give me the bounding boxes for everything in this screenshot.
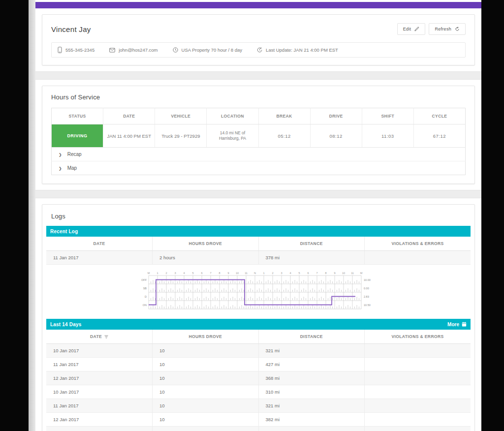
column-header-violations-errors[interactable]: VIOLATIONS & ERRORS <box>365 237 471 251</box>
status-date-cell: JAN 11 4:00 PM EST <box>103 124 155 148</box>
refresh-button[interactable]: Refresh <box>429 23 466 35</box>
expander-label: Recap <box>67 152 82 157</box>
top-accent-bar <box>35 2 481 8</box>
svg-text:3: 3 <box>281 272 282 275</box>
svg-text:2: 2 <box>272 272 273 275</box>
logs-title: Logs <box>46 212 471 226</box>
cell-hours-drove: 10 <box>153 358 259 371</box>
svg-text:7: 7 <box>316 272 317 275</box>
cell-distance: 368 mi <box>258 371 365 385</box>
svg-text:OFF: OFF <box>141 278 147 281</box>
expander-row-map[interactable]: ❯Map <box>52 161 466 175</box>
page-content: Vincent Jay Edit Refresh <box>35 2 481 431</box>
cell-distance: 382 mi <box>258 413 365 427</box>
status-cell: DRIVING <box>52 124 103 148</box>
contact-strip: 555-345-2345 john@hos247.com USA Propert… <box>51 42 466 58</box>
expander-cell-recap[interactable]: ❯Recap <box>52 148 466 161</box>
log-graph-wrap: M1234567891011N1234567891011MOFF10.00SB0… <box>46 265 471 319</box>
svg-text:M: M <box>360 272 363 275</box>
cell-violations-errors <box>365 399 471 413</box>
driver-name: Vincent Jay <box>51 25 91 33</box>
svg-text:11: 11 <box>351 272 354 275</box>
column-header-vehicle[interactable]: VEHICLE <box>155 108 207 124</box>
column-header-date[interactable]: DATE <box>46 330 153 344</box>
cell-date: 10 Jan 2017 <box>46 344 153 358</box>
clock-icon <box>173 47 178 53</box>
column-header-status[interactable]: STATUS <box>52 108 103 124</box>
more-button-label: More <box>447 322 459 327</box>
table-row[interactable]: 10 Jan 201710321 mi <box>46 344 471 358</box>
app-window: Vincent Jay Edit Refresh <box>29 0 481 431</box>
recent-log-band-label: Recent Log <box>50 229 78 234</box>
sort-icon[interactable] <box>104 335 108 339</box>
cell-hours-drove: 10 <box>153 371 259 385</box>
last-14-days-table: DATEHOURS DROVEDISTANCEVIOLATIONS & ERRO… <box>46 330 471 431</box>
cell-violations-errors <box>365 371 471 385</box>
cell-hours-drove: 10 <box>153 399 259 413</box>
column-header-date[interactable]: DATE <box>46 237 153 251</box>
cell-date: 10 Jan 2017 <box>46 385 153 399</box>
location-line1: 14.0 mi NE of <box>209 130 256 136</box>
column-header-location[interactable]: LOCATION <box>207 108 258 124</box>
table-row[interactable]: 11 Jan 20172 hours378 mi <box>46 251 471 265</box>
svg-text:6: 6 <box>307 272 309 275</box>
expander-cell-map[interactable]: ❯Map <box>52 161 466 175</box>
expander-row-recap[interactable]: ❯Recap <box>52 148 466 161</box>
cell-hours-drove: 2 hours <box>153 251 259 265</box>
section-divider <box>35 190 481 198</box>
svg-text:1: 1 <box>263 272 264 275</box>
column-header-cycle[interactable]: CYCLE <box>413 108 465 124</box>
cell-violations-errors <box>365 251 471 265</box>
svg-text:5: 5 <box>298 272 300 275</box>
email-value: john@hos247.com <box>119 47 158 53</box>
column-header-shift[interactable]: SHIFT <box>362 108 413 124</box>
table-row[interactable]: 12 Jan 201710368 mi <box>46 371 471 385</box>
svg-text:7: 7 <box>210 272 211 275</box>
column-header-violations-errors[interactable]: VIOLATIONS & ERRORS <box>365 330 471 344</box>
column-header-drive[interactable]: DRIVE <box>310 108 362 124</box>
logs-card: Logs Recent Log DATEHOURS DROVEDISTANCEV… <box>42 204 475 431</box>
table-row[interactable]: 10 Jan 201710361 mi <box>46 427 471 431</box>
smartphone-icon <box>58 47 62 53</box>
cell-date: 12 Jan 2017 <box>46 371 153 385</box>
column-header-distance[interactable]: DISTANCE <box>258 237 365 251</box>
svg-text:11: 11 <box>245 272 248 275</box>
column-header-hours-drove[interactable]: HOURS DROVE <box>153 330 259 344</box>
vehicle-cell: Truck 29 - PT2929 <box>155 124 207 148</box>
shift-time-value: 11:03 <box>362 124 413 148</box>
column-header-distance[interactable]: DISTANCE <box>258 330 365 344</box>
cell-violations-errors <box>365 427 471 431</box>
table-row[interactable]: 11 Jan 201710321 mi <box>46 399 471 413</box>
cell-date: 11 Jan 2017 <box>46 251 153 265</box>
column-header-break[interactable]: BREAK <box>258 108 310 124</box>
svg-text:3: 3 <box>174 272 176 275</box>
cell-violations-errors <box>365 358 471 371</box>
svg-text:ON: ON <box>143 304 147 307</box>
column-header-date[interactable]: DATE <box>103 108 155 124</box>
update-icon <box>257 47 262 53</box>
recent-log-header-row: DATEHOURS DROVEDISTANCEVIOLATIONS & ERRO… <box>46 237 471 251</box>
svg-text:6: 6 <box>201 272 202 275</box>
window-left-edge <box>29 0 35 431</box>
svg-text:4: 4 <box>289 272 291 275</box>
column-header-hours-drove[interactable]: HOURS DROVE <box>153 237 259 251</box>
refresh-button-label: Refresh <box>435 27 451 31</box>
table-row[interactable]: 11 Jan 201710427 mi <box>46 358 471 371</box>
more-button[interactable]: More <box>447 322 467 327</box>
cell-hours-drove: 10 <box>153 344 259 358</box>
svg-text:0.00: 0.00 <box>364 287 369 290</box>
edit-button-label: Edit <box>403 27 411 31</box>
svg-text:10.00: 10.00 <box>364 278 371 281</box>
duty-status-log-graph: M1234567891011N1234567891011MOFF10.00SB0… <box>138 271 379 312</box>
svg-text:2.83: 2.83 <box>364 295 369 298</box>
svg-text:10: 10 <box>236 272 239 275</box>
table-row[interactable]: 10 Jan 201710310 mi <box>46 385 471 399</box>
svg-text:2: 2 <box>165 272 167 275</box>
pencil-icon <box>414 27 419 31</box>
cell-distance: 361 mi <box>258 427 365 431</box>
hours-of-service-card: Hours of Service STATUSDATEVEHICLELOCATI… <box>42 86 475 184</box>
edit-button[interactable]: Edit <box>397 23 426 35</box>
recent-log-band: Recent Log <box>46 226 471 237</box>
svg-text:5: 5 <box>192 272 193 275</box>
table-row[interactable]: 12 Jan 201710382 mi <box>46 413 471 427</box>
